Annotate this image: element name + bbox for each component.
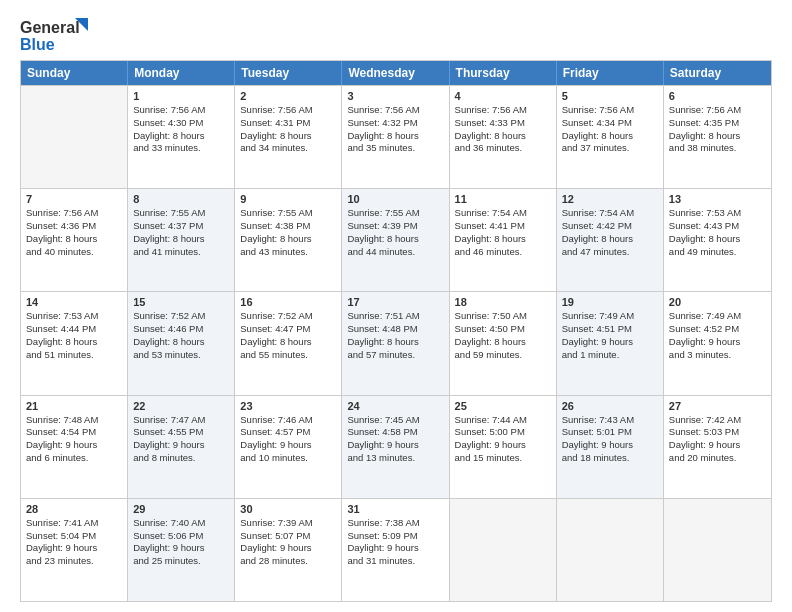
day-info: Sunrise: 7:56 AMSunset: 4:31 PMDaylight:… <box>240 104 336 155</box>
header-cell-sunday: Sunday <box>21 61 128 85</box>
day-cell-22: 22Sunrise: 7:47 AMSunset: 4:55 PMDayligh… <box>128 396 235 498</box>
day-number: 18 <box>455 296 551 308</box>
day-number: 7 <box>26 193 122 205</box>
day-number: 1 <box>133 90 229 102</box>
day-info: Sunrise: 7:55 AMSunset: 4:37 PMDaylight:… <box>133 207 229 258</box>
day-number: 30 <box>240 503 336 515</box>
day-cell-25: 25Sunrise: 7:44 AMSunset: 5:00 PMDayligh… <box>450 396 557 498</box>
day-info: Sunrise: 7:55 AMSunset: 4:39 PMDaylight:… <box>347 207 443 258</box>
day-info: Sunrise: 7:54 AMSunset: 4:42 PMDaylight:… <box>562 207 658 258</box>
day-number: 12 <box>562 193 658 205</box>
day-info: Sunrise: 7:56 AMSunset: 4:33 PMDaylight:… <box>455 104 551 155</box>
svg-text:Blue: Blue <box>20 36 55 53</box>
day-number: 23 <box>240 400 336 412</box>
day-cell-1: 1Sunrise: 7:56 AMSunset: 4:30 PMDaylight… <box>128 86 235 188</box>
day-number: 14 <box>26 296 122 308</box>
day-cell-10: 10Sunrise: 7:55 AMSunset: 4:39 PMDayligh… <box>342 189 449 291</box>
svg-text:General: General <box>20 19 80 36</box>
day-number: 29 <box>133 503 229 515</box>
day-cell-7: 7Sunrise: 7:56 AMSunset: 4:36 PMDaylight… <box>21 189 128 291</box>
day-info: Sunrise: 7:48 AMSunset: 4:54 PMDaylight:… <box>26 414 122 465</box>
day-cell-9: 9Sunrise: 7:55 AMSunset: 4:38 PMDaylight… <box>235 189 342 291</box>
logo-icon: GeneralBlue <box>20 16 88 54</box>
day-info: Sunrise: 7:53 AMSunset: 4:43 PMDaylight:… <box>669 207 766 258</box>
day-number: 4 <box>455 90 551 102</box>
calendar-row-1: 1Sunrise: 7:56 AMSunset: 4:30 PMDaylight… <box>21 85 771 188</box>
day-cell-3: 3Sunrise: 7:56 AMSunset: 4:32 PMDaylight… <box>342 86 449 188</box>
day-cell-14: 14Sunrise: 7:53 AMSunset: 4:44 PMDayligh… <box>21 292 128 394</box>
day-number: 16 <box>240 296 336 308</box>
day-info: Sunrise: 7:51 AMSunset: 4:48 PMDaylight:… <box>347 310 443 361</box>
header-cell-monday: Monday <box>128 61 235 85</box>
day-cell-27: 27Sunrise: 7:42 AMSunset: 5:03 PMDayligh… <box>664 396 771 498</box>
empty-cell <box>664 499 771 601</box>
day-number: 24 <box>347 400 443 412</box>
day-number: 15 <box>133 296 229 308</box>
day-info: Sunrise: 7:54 AMSunset: 4:41 PMDaylight:… <box>455 207 551 258</box>
calendar-row-2: 7Sunrise: 7:56 AMSunset: 4:36 PMDaylight… <box>21 188 771 291</box>
day-number: 13 <box>669 193 766 205</box>
day-info: Sunrise: 7:49 AMSunset: 4:52 PMDaylight:… <box>669 310 766 361</box>
day-cell-24: 24Sunrise: 7:45 AMSunset: 4:58 PMDayligh… <box>342 396 449 498</box>
header-cell-tuesday: Tuesday <box>235 61 342 85</box>
day-number: 22 <box>133 400 229 412</box>
day-number: 27 <box>669 400 766 412</box>
calendar-header: SundayMondayTuesdayWednesdayThursdayFrid… <box>21 61 771 85</box>
day-number: 19 <box>562 296 658 308</box>
day-info: Sunrise: 7:43 AMSunset: 5:01 PMDaylight:… <box>562 414 658 465</box>
day-number: 26 <box>562 400 658 412</box>
day-cell-11: 11Sunrise: 7:54 AMSunset: 4:41 PMDayligh… <box>450 189 557 291</box>
day-info: Sunrise: 7:41 AMSunset: 5:04 PMDaylight:… <box>26 517 122 568</box>
day-info: Sunrise: 7:38 AMSunset: 5:09 PMDaylight:… <box>347 517 443 568</box>
day-cell-30: 30Sunrise: 7:39 AMSunset: 5:07 PMDayligh… <box>235 499 342 601</box>
day-number: 17 <box>347 296 443 308</box>
day-number: 11 <box>455 193 551 205</box>
header-cell-saturday: Saturday <box>664 61 771 85</box>
header-cell-wednesday: Wednesday <box>342 61 449 85</box>
header-cell-thursday: Thursday <box>450 61 557 85</box>
day-cell-31: 31Sunrise: 7:38 AMSunset: 5:09 PMDayligh… <box>342 499 449 601</box>
day-cell-23: 23Sunrise: 7:46 AMSunset: 4:57 PMDayligh… <box>235 396 342 498</box>
day-number: 2 <box>240 90 336 102</box>
calendar-body: 1Sunrise: 7:56 AMSunset: 4:30 PMDaylight… <box>21 85 771 601</box>
day-cell-4: 4Sunrise: 7:56 AMSunset: 4:33 PMDaylight… <box>450 86 557 188</box>
day-number: 25 <box>455 400 551 412</box>
calendar-row-5: 28Sunrise: 7:41 AMSunset: 5:04 PMDayligh… <box>21 498 771 601</box>
day-number: 9 <box>240 193 336 205</box>
day-number: 3 <box>347 90 443 102</box>
day-cell-12: 12Sunrise: 7:54 AMSunset: 4:42 PMDayligh… <box>557 189 664 291</box>
day-info: Sunrise: 7:45 AMSunset: 4:58 PMDaylight:… <box>347 414 443 465</box>
day-info: Sunrise: 7:50 AMSunset: 4:50 PMDaylight:… <box>455 310 551 361</box>
day-number: 28 <box>26 503 122 515</box>
calendar-page: GeneralBlue SundayMondayTuesdayWednesday… <box>0 0 792 612</box>
calendar: SundayMondayTuesdayWednesdayThursdayFrid… <box>20 60 772 602</box>
day-cell-18: 18Sunrise: 7:50 AMSunset: 4:50 PMDayligh… <box>450 292 557 394</box>
day-cell-6: 6Sunrise: 7:56 AMSunset: 4:35 PMDaylight… <box>664 86 771 188</box>
day-cell-2: 2Sunrise: 7:56 AMSunset: 4:31 PMDaylight… <box>235 86 342 188</box>
day-info: Sunrise: 7:55 AMSunset: 4:38 PMDaylight:… <box>240 207 336 258</box>
day-cell-15: 15Sunrise: 7:52 AMSunset: 4:46 PMDayligh… <box>128 292 235 394</box>
empty-cell <box>450 499 557 601</box>
day-number: 6 <box>669 90 766 102</box>
day-info: Sunrise: 7:52 AMSunset: 4:47 PMDaylight:… <box>240 310 336 361</box>
day-number: 21 <box>26 400 122 412</box>
day-cell-20: 20Sunrise: 7:49 AMSunset: 4:52 PMDayligh… <box>664 292 771 394</box>
day-cell-17: 17Sunrise: 7:51 AMSunset: 4:48 PMDayligh… <box>342 292 449 394</box>
day-info: Sunrise: 7:56 AMSunset: 4:36 PMDaylight:… <box>26 207 122 258</box>
day-number: 5 <box>562 90 658 102</box>
header-cell-friday: Friday <box>557 61 664 85</box>
day-cell-16: 16Sunrise: 7:52 AMSunset: 4:47 PMDayligh… <box>235 292 342 394</box>
day-cell-5: 5Sunrise: 7:56 AMSunset: 4:34 PMDaylight… <box>557 86 664 188</box>
day-info: Sunrise: 7:56 AMSunset: 4:35 PMDaylight:… <box>669 104 766 155</box>
day-number: 8 <box>133 193 229 205</box>
day-info: Sunrise: 7:40 AMSunset: 5:06 PMDaylight:… <box>133 517 229 568</box>
day-cell-8: 8Sunrise: 7:55 AMSunset: 4:37 PMDaylight… <box>128 189 235 291</box>
day-cell-29: 29Sunrise: 7:40 AMSunset: 5:06 PMDayligh… <box>128 499 235 601</box>
day-cell-19: 19Sunrise: 7:49 AMSunset: 4:51 PMDayligh… <box>557 292 664 394</box>
empty-cell <box>557 499 664 601</box>
logo: GeneralBlue <box>20 16 88 54</box>
day-info: Sunrise: 7:56 AMSunset: 4:34 PMDaylight:… <box>562 104 658 155</box>
day-cell-21: 21Sunrise: 7:48 AMSunset: 4:54 PMDayligh… <box>21 396 128 498</box>
day-cell-26: 26Sunrise: 7:43 AMSunset: 5:01 PMDayligh… <box>557 396 664 498</box>
day-info: Sunrise: 7:56 AMSunset: 4:32 PMDaylight:… <box>347 104 443 155</box>
